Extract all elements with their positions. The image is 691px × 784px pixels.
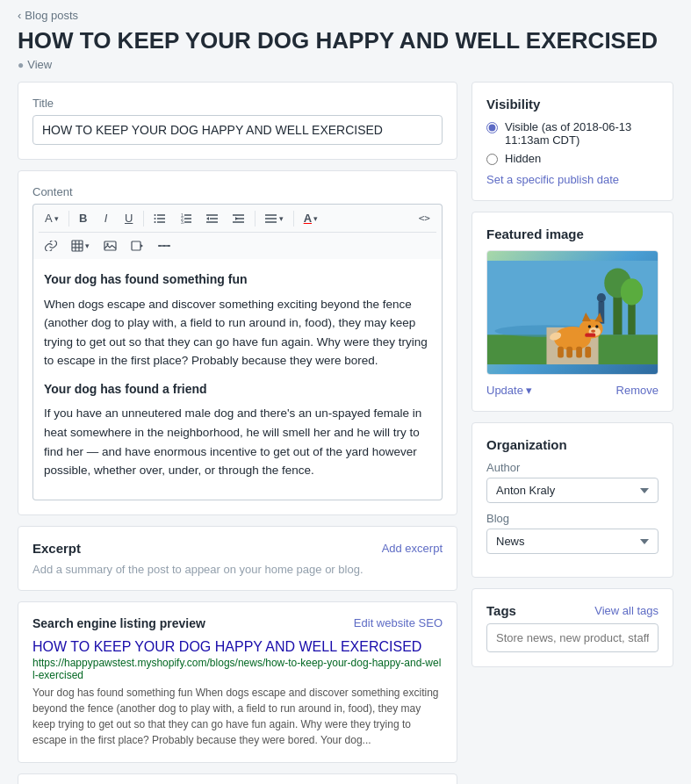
specific-date-link[interactable]: Set a specific publish date <box>486 173 619 186</box>
svg-rect-56 <box>576 347 582 358</box>
visibility-card: Visibility Visible (as of 2018-06-13 11:… <box>471 82 673 201</box>
visibility-hidden-label: Hidden <box>505 152 541 165</box>
toolbar-separator <box>68 211 69 227</box>
back-link[interactable]: ‹ Blog posts <box>18 9 673 22</box>
featured-image-remove-link[interactable]: Remove <box>616 384 659 397</box>
content-card: Content A ▾ B I U 1.2.3. <box>18 170 457 515</box>
featured-image-update-label: Update <box>486 384 523 397</box>
excerpt-card: Excerpt Add excerpt Add a summary of the… <box>18 526 457 591</box>
font-btn[interactable]: A ▾ <box>39 208 65 228</box>
svg-rect-30 <box>132 241 140 250</box>
content-para-2: If you have an unneutered male dog and t… <box>44 404 431 479</box>
svg-marker-15 <box>206 217 209 220</box>
svg-point-51 <box>588 326 591 328</box>
organization-title: Organization <box>486 437 659 452</box>
svg-point-42 <box>621 278 643 305</box>
italic-btn[interactable]: I <box>96 208 117 228</box>
content-para-1: When dogs escape and discover something … <box>44 295 431 370</box>
svg-marker-31 <box>140 244 143 248</box>
text-color-btn[interactable]: A ▾ <box>298 208 324 228</box>
eye-icon: ● <box>18 59 24 71</box>
tags-input[interactable] <box>486 623 659 652</box>
excerpt-placeholder: Add a summary of the post to appear on y… <box>32 563 443 576</box>
hr-btn[interactable] <box>152 237 176 255</box>
visibility-visible-option[interactable]: Visible (as of 2018-06-13 11:13am CDT) <box>486 120 659 147</box>
svg-point-35 <box>168 245 169 247</box>
featured-image-card: Featured image <box>471 212 673 412</box>
svg-point-53 <box>591 330 595 333</box>
view-all-tags-link[interactable]: View all tags <box>594 604 659 617</box>
seo-description: Your dog has found something fun When do… <box>32 685 443 748</box>
svg-point-4 <box>154 218 155 219</box>
source-btn[interactable]: <> <box>413 209 436 227</box>
seo-url: https://happypawstest.myshopify.com/blog… <box>32 657 443 681</box>
image-btn[interactable] <box>97 237 123 255</box>
link-btn[interactable] <box>39 237 63 255</box>
blog-label: Blog <box>486 512 659 525</box>
seo-url-title[interactable]: HOW TO KEEP YOUR DOG HAPPY AND WELL EXER… <box>32 639 443 655</box>
visibility-hidden-option[interactable]: Hidden <box>486 152 659 165</box>
page-title: HOW TO KEEP YOUR DOG HAPPY AND WELL EXER… <box>18 27 673 54</box>
author-select[interactable]: Anton Kraly <box>486 478 659 503</box>
content-label: Content <box>32 185 443 198</box>
svg-rect-28 <box>104 241 116 250</box>
underline-btn[interactable]: U <box>119 208 140 228</box>
svg-point-5 <box>154 221 155 223</box>
toolbar-separator-3 <box>255 211 256 227</box>
svg-rect-54 <box>558 347 564 358</box>
font-icon: A <box>45 212 53 225</box>
content-heading-2: Your dog has found a friend <box>44 379 431 399</box>
content-editor[interactable]: Your dog has found something fun When do… <box>32 259 443 500</box>
featured-image-title: Featured image <box>486 227 659 241</box>
content-toolbar: A ▾ B I U 1.2.3. <box>32 204 443 259</box>
tags-card: Tags View all tags <box>471 588 673 667</box>
svg-point-33 <box>159 245 161 247</box>
visibility-visible-label: Visible (as of 2018-06-13 11:13am CDT) <box>505 120 659 147</box>
back-arrow-icon: ‹ <box>18 9 21 22</box>
view-link[interactable]: ● View <box>18 58 673 71</box>
comments-card: Comments Comments for this blog are disa… <box>18 773 457 784</box>
visibility-title: Visibility <box>486 97 659 111</box>
tags-title: Tags <box>486 603 516 618</box>
featured-image-update-link[interactable]: Update ▾ <box>486 384 532 397</box>
visibility-hidden-radio[interactable] <box>486 154 498 165</box>
view-label: View <box>27 58 52 71</box>
featured-image-placeholder <box>487 251 658 374</box>
featured-image-box <box>486 250 659 375</box>
svg-point-52 <box>595 326 598 328</box>
add-excerpt-link[interactable]: Add excerpt <box>382 542 443 555</box>
svg-rect-55 <box>566 347 572 358</box>
list-ol-btn[interactable]: 1.2.3. <box>174 210 198 227</box>
seo-section-title: Search engine listing preview <box>32 616 205 630</box>
content-heading-1: Your dog has found something fun <box>44 270 431 289</box>
svg-point-3 <box>154 214 155 216</box>
excerpt-title: Excerpt <box>32 541 81 556</box>
title-card: Title <box>18 82 457 160</box>
svg-marker-19 <box>235 217 238 220</box>
toolbar-separator-4 <box>293 211 294 227</box>
featured-image-actions: Update ▾ Remove <box>486 384 659 397</box>
svg-point-44 <box>597 293 606 302</box>
indent-increase-btn[interactable] <box>227 210 251 227</box>
title-label: Title <box>32 97 443 110</box>
update-chevron-icon: ▾ <box>526 384 532 397</box>
font-dropdown-icon: ▾ <box>54 214 59 223</box>
seo-card: Search engine listing preview Edit websi… <box>18 601 457 763</box>
dog-image <box>487 251 658 374</box>
back-link-label: Blog posts <box>25 9 78 22</box>
table-btn[interactable]: ▾ <box>65 236 96 255</box>
indent-decrease-btn[interactable] <box>200 210 225 227</box>
visibility-options: Visible (as of 2018-06-13 11:13am CDT) H… <box>486 120 659 165</box>
svg-text:3.: 3. <box>181 219 184 224</box>
edit-seo-link[interactable]: Edit website SEO <box>354 616 443 629</box>
list-ul-btn[interactable] <box>148 210 172 227</box>
video-btn[interactable] <box>125 237 150 255</box>
align-btn[interactable]: ▾ <box>259 210 290 227</box>
svg-rect-23 <box>72 241 83 251</box>
toolbar-separator-2 <box>143 211 144 227</box>
title-input[interactable] <box>32 115 443 145</box>
visibility-visible-radio[interactable] <box>486 122 498 133</box>
svg-rect-59 <box>585 334 595 337</box>
bold-btn[interactable]: B <box>73 208 94 228</box>
blog-select[interactable]: News <box>486 529 659 554</box>
